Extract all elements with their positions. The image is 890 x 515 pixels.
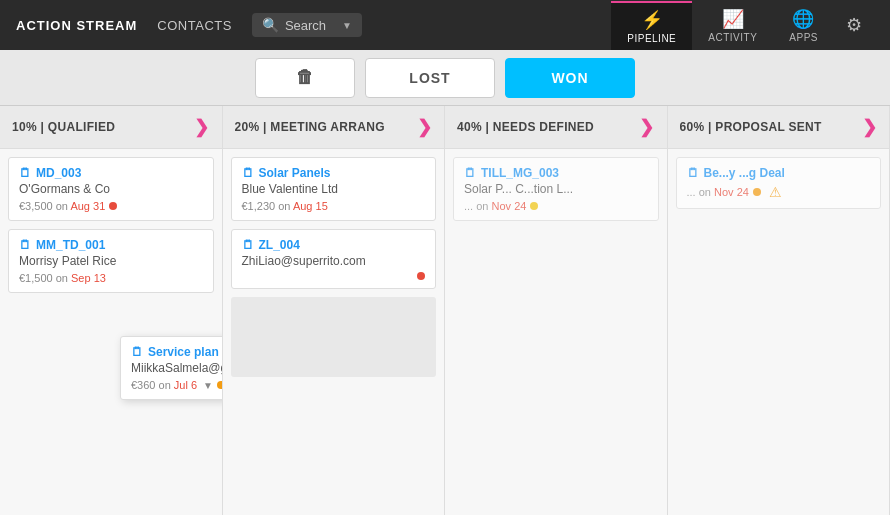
drag-tooltip-card[interactable]: 🗒 Service plan MiikkaSalmela@gustr.com €… bbox=[120, 336, 223, 400]
deal-amount-berry: ... on Nov 24 ⚠ bbox=[687, 184, 871, 200]
settings-gear-icon[interactable]: ⚙ bbox=[834, 8, 874, 42]
apps-icon: 🌐 bbox=[792, 8, 815, 30]
toolbar: 🗑 LOST WON bbox=[0, 50, 890, 106]
chevron-meeting[interactable]: ❯ bbox=[417, 116, 432, 138]
deal-company-till: Solar P... C...tion L... bbox=[464, 182, 648, 196]
chevron-proposal[interactable]: ❯ bbox=[862, 116, 877, 138]
deal-amount-solar: €1,230 on Aug 15 bbox=[242, 200, 426, 212]
column-placeholder-meeting bbox=[231, 297, 437, 377]
column-needs: 40% | NEEDS DEFINED ❯ 🗒 TILL_MG_003 Sola… bbox=[445, 106, 668, 515]
trash-icon: 🗑 bbox=[296, 67, 315, 88]
briefcase-icon-till: 🗒 bbox=[464, 166, 476, 180]
deal-card-tillmg003[interactable]: 🗒 TILL_MG_003 Solar P... C...tion L... .… bbox=[453, 157, 659, 221]
tooltip-dropdown-arrow[interactable]: ▼ bbox=[203, 380, 213, 391]
column-title-meeting: 20% | MEETING ARRANG bbox=[235, 120, 385, 134]
deal-id-solar: 🗒 Solar Panels bbox=[242, 166, 426, 180]
warning-icon: ⚠ bbox=[769, 184, 782, 200]
column-header-meeting: 20% | MEETING ARRANG ❯ bbox=[223, 106, 445, 149]
tab-activity-label: ACTIVITY bbox=[708, 32, 757, 43]
pipeline-icon: ⚡ bbox=[641, 9, 664, 31]
briefcase-icon-tooltip: 🗒 bbox=[131, 345, 143, 359]
search-icon: 🔍 bbox=[262, 17, 279, 33]
nav-right: ⚡ PIPELINE 📈 ACTIVITY 🌐 APPS ⚙ bbox=[611, 1, 874, 50]
briefcase-icon-solar: 🗒 bbox=[242, 166, 254, 180]
tab-activity[interactable]: 📈 ACTIVITY bbox=[692, 2, 773, 49]
pipeline-board: 10% | QUALIFIED ❯ 🗒 MD_003 O'Gormans & C… bbox=[0, 106, 890, 515]
column-title-qualified: 10% | QUALIFIED bbox=[12, 120, 115, 134]
column-header-qualified: 10% | QUALIFIED ❯ bbox=[0, 106, 222, 149]
column-meeting: 20% | MEETING ARRANG ❯ 🗒 Solar Panels Bl… bbox=[223, 106, 446, 515]
tooltip-deal-id: 🗒 Service plan bbox=[131, 345, 223, 359]
deal-card-md003[interactable]: 🗒 MD_003 O'Gormans & Co €3,500 on Aug 31 bbox=[8, 157, 214, 221]
tooltip-deal-company: MiikkaSalmela@gustr.com bbox=[131, 361, 223, 375]
top-nav: ACTION STREAM CONTACTS 🔍 Search ▼ ⚡ PIPE… bbox=[0, 0, 890, 50]
deal-amount-md003: €3,500 on Aug 31 bbox=[19, 200, 203, 212]
tooltip-deal-amount: €360 on Jul 6 ▼ bbox=[131, 379, 223, 391]
deal-amount-mmtd001: €1,500 on Sep 13 bbox=[19, 272, 203, 284]
nav-contacts[interactable]: CONTACTS bbox=[157, 18, 232, 33]
deal-id-zl004: 🗒 ZL_004 bbox=[242, 238, 426, 252]
deal-amount-till: ... on Nov 24 bbox=[464, 200, 648, 212]
deal-company-zl004: ZhiLiao@superrito.com bbox=[242, 254, 426, 268]
lost-button[interactable]: LOST bbox=[365, 58, 495, 98]
column-title-proposal: 60% | PROPOSAL SENT bbox=[680, 120, 822, 134]
dot-md003 bbox=[109, 202, 117, 210]
search-label: Search bbox=[285, 18, 326, 33]
lost-label: LOST bbox=[409, 70, 450, 86]
briefcase-icon-berry: 🗒 bbox=[687, 166, 699, 180]
deal-id-mmtd001: 🗒 MM_TD_001 bbox=[19, 238, 203, 252]
briefcase-icon-zl: 🗒 bbox=[242, 238, 254, 252]
deal-amount-zl004 bbox=[242, 272, 426, 280]
tab-apps-label: APPS bbox=[789, 32, 818, 43]
won-button[interactable]: WON bbox=[505, 58, 635, 98]
column-header-proposal: 60% | PROPOSAL SENT ❯ bbox=[668, 106, 890, 149]
deal-card-solar[interactable]: 🗒 Solar Panels Blue Valentine Ltd €1,230… bbox=[231, 157, 437, 221]
search-dropdown-icon: ▼ bbox=[342, 20, 352, 31]
dot-till bbox=[530, 202, 538, 210]
deal-card-mmtd001[interactable]: 🗒 MM_TD_001 Morrisy Patel Rice €1,500 on… bbox=[8, 229, 214, 293]
deal-company-mmtd001: Morrisy Patel Rice bbox=[19, 254, 203, 268]
deal-id-md003: 🗒 MD_003 bbox=[19, 166, 203, 180]
deal-id-tillmg003: 🗒 TILL_MG_003 bbox=[464, 166, 648, 180]
activity-icon: 📈 bbox=[722, 8, 745, 30]
deal-card-zl004[interactable]: 🗒 ZL_004 ZhiLiao@superrito.com bbox=[231, 229, 437, 289]
deal-company-md003: O'Gormans & Co bbox=[19, 182, 203, 196]
deal-id-berry: 🗒 Be...y ...g Deal bbox=[687, 166, 871, 180]
briefcase-icon-2: 🗒 bbox=[19, 238, 31, 252]
column-title-needs: 40% | NEEDS DEFINED bbox=[457, 120, 594, 134]
chevron-qualified[interactable]: ❯ bbox=[194, 116, 209, 138]
deal-company-solar: Blue Valentine Ltd bbox=[242, 182, 426, 196]
won-label: WON bbox=[551, 70, 588, 86]
tab-pipeline-label: PIPELINE bbox=[627, 33, 676, 44]
app-logo: ACTION STREAM bbox=[16, 18, 137, 33]
tab-apps[interactable]: 🌐 APPS bbox=[773, 2, 834, 49]
dot-berry bbox=[753, 188, 761, 196]
chevron-needs[interactable]: ❯ bbox=[639, 116, 654, 138]
tab-pipeline[interactable]: ⚡ PIPELINE bbox=[611, 1, 692, 50]
column-qualified: 10% | QUALIFIED ❯ 🗒 MD_003 O'Gormans & C… bbox=[0, 106, 223, 515]
dot-zl004 bbox=[417, 272, 425, 280]
delete-button[interactable]: 🗑 bbox=[255, 58, 355, 98]
search-bar[interactable]: 🔍 Search ▼ bbox=[252, 13, 362, 37]
column-header-needs: 40% | NEEDS DEFINED ❯ bbox=[445, 106, 667, 149]
column-proposal: 60% | PROPOSAL SENT ❯ 🗒 Be...y ...g Deal… bbox=[668, 106, 891, 515]
deal-card-berry[interactable]: 🗒 Be...y ...g Deal ... on Nov 24 ⚠ bbox=[676, 157, 882, 209]
briefcase-icon: 🗒 bbox=[19, 166, 31, 180]
